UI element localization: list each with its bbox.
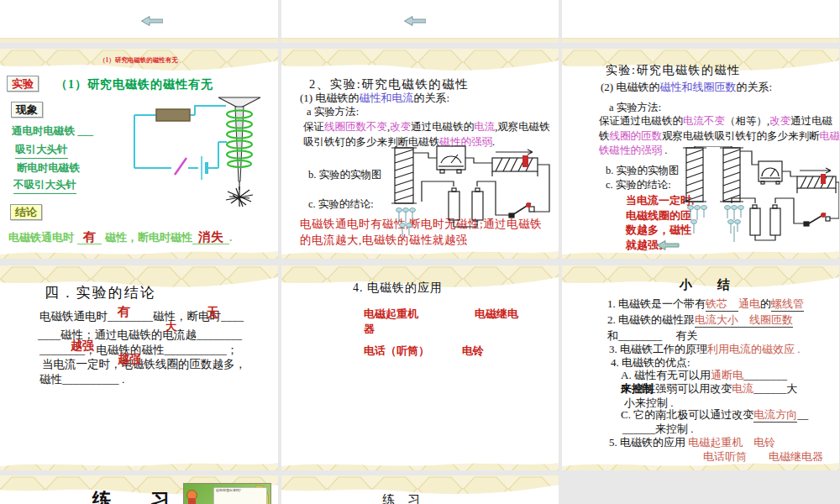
method-seg: 保证 — [303, 121, 324, 133]
slide-summary[interactable]: 小 结 1. 电磁铁是一个带有铁芯 通电的螺线管 2. 电磁铁的磁性跟电流大小 … — [562, 265, 839, 470]
subtitle-post: 的关系: — [736, 81, 772, 93]
photo-label: b. 实验的实物图 — [308, 169, 382, 182]
answer-lost: 消失 — [198, 230, 223, 244]
slide-experiment-current[interactable]: 2、实验:研究电磁铁的磁性 (1) 电磁铁的磁性和电流的关系: a 实验方法: … — [281, 49, 559, 259]
cartoon-character-body — [188, 498, 196, 504]
summary-seg: C. 它的南北极可以通过改变 — [621, 408, 753, 421]
slide-conclusion[interactable]: 四 . 实验的结论 电磁铁通电时________磁性，断电时____ ____磁… — [0, 265, 278, 470]
method-highlight: 电流不变 — [683, 115, 725, 127]
answer-text: 利用电流的磁效应 . — [707, 343, 801, 355]
conclusion-label: c. 实验的结论: — [308, 198, 374, 212]
answer-has: 有 — [83, 230, 96, 244]
application-item: 电话（听筒） — [364, 344, 429, 358]
slide-footer-decoration — [562, 249, 839, 259]
fill-blank-line: 当电流一定时，电磁铁线圈的匝数越多， — [42, 358, 246, 372]
switch-blade — [175, 158, 186, 175]
answer-text: 大 — [165, 320, 176, 333]
blank: ______ — [753, 382, 786, 395]
slide-title: 实验:研究电磁铁的磁性 — [606, 63, 740, 78]
cartoon-image: 你能回答出来吗? — [183, 483, 271, 504]
summary-seg: 1. 电磁铁是一个带有 — [607, 297, 706, 310]
summary-line: 5. 电磁铁的应用 电磁起重机 电铃 — [609, 436, 775, 449]
phenomenon-line: 通电时电磁铁 ___ — [12, 125, 93, 139]
summary-line: A. 磁性有无可以用通断电________ — [621, 369, 787, 382]
slide-applications[interactable]: 4. 电磁铁的应用 电磁起重机 电磁继电 器 电话（听筒） 电铃 — [281, 265, 559, 470]
answer-text: 越强 — [118, 352, 141, 367]
blank: ________ — [743, 369, 787, 381]
answer-text: 电流大小 — [695, 313, 738, 328]
answer-underline: 有 — [77, 229, 102, 244]
answer-text: 通断电 — [711, 369, 743, 381]
pins-cluster — [226, 186, 253, 207]
answer-text: 电流 — [732, 382, 753, 395]
slide-footer-decoration — [281, 249, 559, 259]
summary-line: 和________ 有关 — [607, 329, 697, 343]
slide-footer-decoration — [281, 38, 559, 43]
answer-text: 螺线管 — [771, 297, 804, 312]
slide-title: （1）研究电磁铁的磁性有无 — [55, 77, 213, 92]
overlapping-text: 来控制 — [621, 382, 654, 396]
fill-blank-line: 磁性__________ . — [39, 373, 124, 387]
slide-footer-decoration — [0, 38, 278, 43]
slide-footer-decoration — [281, 460, 559, 470]
blank — [727, 297, 738, 312]
summary-line: 1. 电磁铁是一个带有铁芯 通电的螺线管 — [607, 297, 804, 311]
cartoon-caption: 你能回答出来吗? — [213, 487, 267, 504]
slide-title: 4. 电磁铁的应用 — [353, 281, 443, 296]
method-seg: 观察电磁铁吸引铁钉的多少来判断 — [662, 130, 820, 142]
conclusion-end: . — [229, 231, 232, 244]
conclusion-text: 电磁铁通电时 有 磁性，断电时磁性消失. — [8, 228, 232, 245]
method-highlight: 改变 — [769, 115, 790, 127]
method-seg: 通过电磁铁的 — [411, 121, 474, 133]
rheostat-slider — [522, 155, 528, 167]
method-label: a 实验方法: — [609, 102, 661, 115]
answer-text: 铁芯 — [706, 297, 727, 312]
slide-experiment-turns[interactable]: 实验:研究电磁铁的磁性 (2) 电磁铁的磁性和线圈匝数的关系: a 实验方法: … — [562, 49, 839, 259]
slide-title: 小 结 — [680, 277, 730, 293]
rheostat-slider — [821, 174, 826, 184]
summary-line: C. 它的南北极可以通过改变电流方向__ — [621, 408, 808, 422]
slide-practice-1[interactable]: 练 习 你能回答出来吗? — [0, 475, 278, 504]
circuit-diagram — [124, 96, 267, 215]
battery-box — [156, 109, 190, 121]
answer-text: 无 — [207, 305, 219, 321]
slide-header-decoration — [281, 49, 559, 72]
slide-partial-top-1[interactable] — [0, 0, 278, 43]
slide-title: 2、实验:研究电磁铁的磁性 — [309, 76, 469, 92]
answer-text: 越强 — [71, 339, 94, 354]
slide-header-decoration — [281, 475, 559, 496]
slide-footer-decoration — [562, 38, 839, 43]
slide-practice-2[interactable]: 练 习 — [281, 475, 559, 504]
method-highlight: 线圈的匝数 — [610, 130, 663, 142]
band-title: （1）研究电磁铁的磁性有无 — [99, 56, 178, 64]
application-item: 电铃 — [462, 344, 484, 358]
answer-text: 电磁起重机 电铃 — [688, 436, 775, 449]
method-label: a 实验方法: — [307, 106, 359, 119]
slide-partial-top-2[interactable] — [281, 0, 559, 43]
practice-title: 练 习 — [382, 492, 420, 504]
slide-experiment-1[interactable]: （1）研究电磁铁的磁性有无 实验 （1）研究电磁铁的磁性有无 现象 通电时电磁铁… — [0, 49, 278, 259]
answer-underline: 消失 — [192, 229, 229, 244]
summary-line: 3. 电磁铁工作的原理利用电流的磁效应 . — [609, 343, 801, 356]
slide-title: 四 . 实验的结论 — [45, 284, 156, 302]
switch-contact — [821, 213, 826, 218]
conclusion-pre: 电磁铁通电时 — [8, 231, 74, 244]
conclusion-tag: 结论 — [10, 204, 42, 220]
phenomenon-line: 不吸引大头针 — [13, 179, 76, 194]
subtitle: (1) 电磁铁的磁性和电流的关系: — [300, 92, 449, 105]
back-arrow-icon — [141, 16, 163, 26]
subtitle-highlight: 磁性和线圈匝数 — [659, 81, 736, 93]
circuit-diagram — [681, 146, 839, 247]
summary-seg: A. 磁性有无可以用 — [621, 369, 711, 381]
method-highlight: 改变 — [390, 121, 411, 133]
back-arrow-icon — [404, 16, 426, 26]
phenomenon-line: 吸引大头针 — [15, 144, 68, 159]
slide-partial-top-3[interactable] — [562, 0, 839, 43]
blank — [738, 313, 749, 328]
method-highlight: 电流 — [474, 121, 495, 133]
summary-line: ______来控制 . — [622, 423, 694, 436]
slide-footer-decoration — [0, 460, 278, 470]
experiment-tag: 实验 — [7, 76, 39, 92]
subtitle: (2) 电磁铁的磁性和线圈匝数的关系: — [601, 81, 772, 94]
method-highlight: 线圈匝数不变 — [324, 121, 387, 133]
